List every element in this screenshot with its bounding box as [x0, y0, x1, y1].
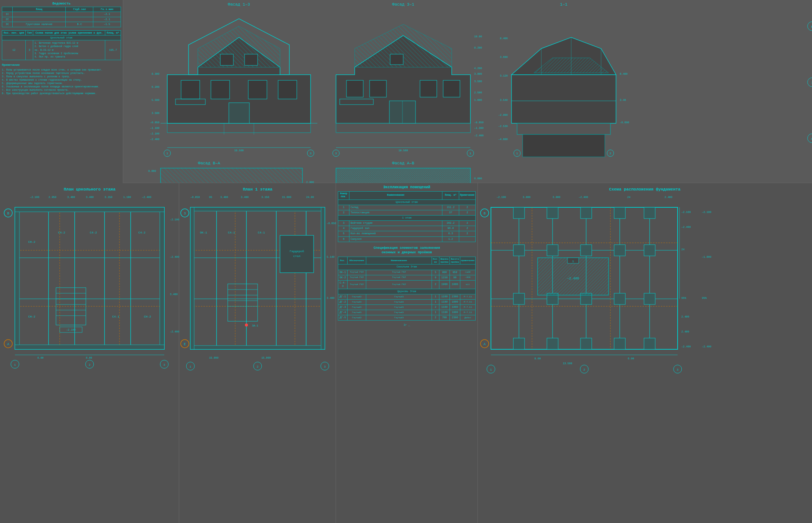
svg-rect-239	[644, 338, 655, 349]
cell: Гнутый3	[348, 294, 366, 299]
section-header: 1 этаж	[338, 216, 476, 221]
table-row: 1 этаж	[338, 216, 476, 221]
cell: 0.3	[442, 231, 459, 236]
cell: 96.0	[442, 226, 459, 231]
svg-rect-226	[547, 245, 558, 256]
cell: Гнутый ГКЛ	[348, 270, 366, 275]
cell: Р-7.11	[460, 310, 475, 315]
svg-rect-230	[513, 293, 525, 304]
svg-text:3: 3	[184, 212, 186, 216]
svg-text:–0.050: –0.050	[327, 222, 336, 225]
foundation-plan-panel: Схема расположения фундамента –2.100 3.8…	[478, 183, 812, 523]
svg-text:1: 1	[490, 368, 492, 371]
window-door-spec-table: Поз. Обозначение Наименование Кол-во Шир…	[338, 257, 476, 321]
cell: 1150	[439, 275, 449, 280]
spec-tables-panel: Экспликация помещений Номер пом. Наимено…	[336, 183, 478, 523]
svg-text:3.500: 3.500	[152, 112, 159, 115]
table-row: ДГ-5 Гнутый3 Гнутый3 2 700 2300 Дебот	[338, 315, 476, 321]
cell: 1800	[449, 310, 460, 315]
svg-rect-238	[614, 338, 625, 349]
cell: Гнутый3	[366, 310, 432, 315]
col-h: Наименование	[349, 192, 442, 200]
svg-text:15.000: 15.000	[261, 356, 271, 359]
cell: С-4-3	[338, 280, 348, 289]
svg-rect-235	[513, 338, 525, 349]
cell: 3	[338, 221, 349, 226]
cell: 2	[459, 226, 475, 231]
table-row: Церковь Этаж	[338, 289, 476, 294]
svg-text:СН-2: СН-2	[28, 240, 35, 244]
table1-title: Ведомость	[2, 2, 121, 6]
svg-text:3: 3	[324, 365, 326, 368]
svg-text:95%: 95%	[681, 297, 686, 300]
cell: 1.2	[442, 236, 459, 242]
svg-rect-227	[581, 245, 592, 256]
svg-text:1: 1	[516, 152, 518, 155]
cell: Гнутый ГКЛ	[348, 280, 366, 289]
svg-rect-189	[321, 207, 325, 349]
svg-text:8.00: 8.00	[86, 356, 92, 359]
basement-plan-panel: План цокольного этажа –2.100 2.950 3.480…	[0, 183, 179, 523]
svg-text:–2.100: –2.100	[150, 132, 159, 135]
svg-text:3.150: 3.150	[105, 196, 112, 199]
table2-section: Поз. нач. ция Тип Схема полов для этих у…	[2, 30, 121, 60]
svg-text:10.500: 10.500	[398, 149, 408, 152]
cell: 2	[432, 315, 439, 321]
col-h: Тип	[26, 30, 33, 35]
cell: 2	[338, 210, 349, 216]
svg-rect-107	[15, 207, 164, 349]
svg-text:15.000: 15.000	[209, 356, 218, 359]
svg-text:3.480: 3.480	[241, 196, 249, 199]
svg-rect-224	[644, 207, 655, 219]
svg-text:–2.400: –2.400	[681, 345, 691, 348]
svg-rect-36	[346, 80, 363, 97]
svg-text:2.400: 2.400	[681, 315, 689, 318]
svg-text:24: 24	[681, 248, 684, 251]
svg-text:Схема расположения фундамента: Схема расположения фундамента	[609, 187, 681, 192]
rooms-spec-table: Номер пом. Наименование Площ. м² Примеча…	[338, 191, 476, 242]
cell: 900	[439, 270, 449, 275]
facades-drawing: Фасад 1–3	[123, 0, 812, 183]
table-row: ДГ-3 Гнутый3 Гнутый3 2 1100 1800 Р-7.11	[338, 305, 476, 310]
cell: 2	[432, 280, 439, 289]
svg-text:6.00: 6.00	[628, 357, 634, 360]
cell: 5	[432, 270, 439, 275]
table-row: 5 Кол-во помещений 0.3 2	[338, 231, 476, 236]
svg-text:B: B	[483, 212, 486, 216]
cell: ДГ-1	[338, 294, 348, 299]
cell: Гнутый3	[348, 300, 366, 305]
cell: –2.1	[93, 17, 121, 22]
table-row: 1С –2.1	[2, 12, 121, 17]
svg-text:2.400: 2.400	[665, 196, 672, 199]
svg-rect-186	[190, 207, 325, 211]
svg-rect-38	[420, 80, 437, 97]
cell: 1	[338, 205, 349, 210]
section-header: Цокольный этаж	[338, 199, 476, 205]
cell: 3С	[2, 22, 13, 27]
cell: 2300	[449, 315, 460, 321]
cell: Гнутый3	[366, 300, 432, 305]
table-row: 2 Теплостанция 37 2	[338, 210, 476, 216]
notes-section: Примечание 1. Полы устраиваются после кл…	[2, 63, 121, 96]
table-row: Цокольный этаж	[338, 199, 476, 205]
svg-text:–2.400: –2.400	[170, 330, 179, 333]
table-row: ОК-1 Гнутый ГКЛ Гнутый ГКЛ 5 900 950 гр1…	[338, 270, 476, 275]
cell: 151.2	[442, 205, 459, 210]
floor1-plan-panel: План 1 этажа –0.050 95 3.480 3.480 3.150…	[179, 183, 336, 523]
cell: 37	[442, 210, 459, 216]
cell: Гнутый ГКЛ	[348, 275, 366, 280]
svg-text:3: 3	[335, 152, 337, 155]
facade-3-1-title: Фасад 3–1	[392, 2, 414, 7]
cell: 1100	[439, 300, 449, 305]
table-row: 3С Грунтовая наличие В.С –1.5	[2, 22, 121, 27]
cell: 1С	[2, 12, 13, 17]
svg-text:24: 24	[627, 196, 630, 199]
svg-rect-151	[15, 345, 164, 349]
svg-text:6.200: 6.200	[152, 86, 159, 89]
basement-plan-svg: План цокольного этажа –2.100 2.950 3.480…	[0, 183, 179, 523]
table-row: 2С –2.1	[2, 17, 121, 22]
svg-text:3.480: 3.480	[220, 196, 228, 199]
svg-text:8.400: 8.400	[620, 72, 628, 75]
svg-text:3: 3	[677, 368, 679, 371]
svg-rect-187	[190, 346, 325, 349]
